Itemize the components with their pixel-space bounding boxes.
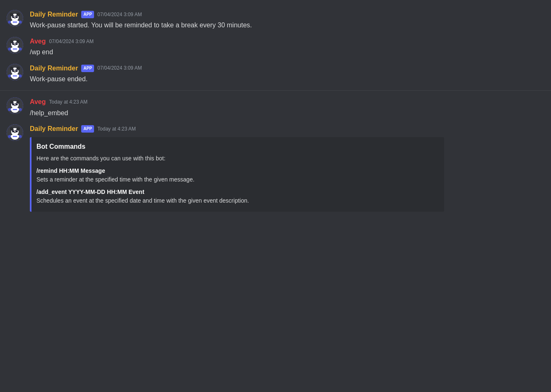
avatar <box>7 64 23 80</box>
message-header: Daily Reminder APP 07/04/2024 3:09 AM <box>30 10 544 19</box>
message-header: Daily Reminder APP 07/04/2024 3:09 AM <box>30 64 544 73</box>
messages-container: Daily Reminder APP 07/04/2024 3:09 AM Wo… <box>0 0 551 222</box>
svg-point-66 <box>13 130 14 131</box>
svg-point-53 <box>14 105 16 106</box>
svg-point-50 <box>15 103 18 106</box>
svg-point-57 <box>19 108 22 111</box>
message-text: /help_embed <box>30 109 544 118</box>
message-group: Aveg Today at 4:23 AM /help_embed <box>0 94 551 121</box>
svg-point-37 <box>17 70 17 70</box>
svg-rect-43 <box>11 75 13 77</box>
svg-point-27 <box>19 47 22 50</box>
svg-rect-58 <box>11 108 13 111</box>
embed: Bot Commands Here are the commands you c… <box>30 137 444 212</box>
avatar <box>7 10 23 27</box>
message-text: Work-pause ended. <box>30 75 544 84</box>
svg-rect-44 <box>17 75 19 77</box>
message-group: Daily Reminder APP Today at 4:23 AM Bot … <box>0 121 551 215</box>
svg-rect-13 <box>11 21 13 23</box>
embed-field-name: /add_event YYYY-MM-DD HH:MM Event <box>36 188 437 196</box>
embed-field-value: Sets a reminder at the specified time wi… <box>36 176 437 184</box>
username: Daily Reminder <box>30 124 78 133</box>
svg-point-64 <box>12 130 15 133</box>
message-content: Aveg 07/04/2024 3:09 AM /wp end <box>30 37 544 57</box>
svg-rect-59 <box>17 108 19 111</box>
timestamp: 07/04/2024 3:09 AM <box>97 65 142 72</box>
timestamp: Today at 4:23 AM <box>97 126 136 133</box>
username: Aveg <box>30 97 46 106</box>
svg-point-49 <box>12 103 15 106</box>
svg-point-36 <box>13 70 14 70</box>
svg-point-65 <box>15 130 18 133</box>
svg-point-22 <box>17 43 17 44</box>
message-group: Daily Reminder APP 07/04/2024 3:09 AM Wo… <box>0 7 551 34</box>
app-badge: APP <box>81 125 94 133</box>
message-text: Work-pause started. You will be reminded… <box>30 21 544 30</box>
svg-rect-28 <box>11 48 13 50</box>
svg-point-38 <box>14 71 16 72</box>
svg-point-6 <box>13 16 14 17</box>
svg-point-23 <box>14 44 16 45</box>
svg-point-35 <box>15 69 18 72</box>
svg-point-26 <box>8 47 11 50</box>
svg-point-5 <box>15 15 18 18</box>
svg-point-8 <box>14 17 16 18</box>
messages-divider <box>0 90 551 91</box>
svg-point-42 <box>19 74 22 77</box>
svg-point-68 <box>14 132 16 133</box>
message-content: Daily Reminder APP 07/04/2024 3:09 AM Wo… <box>30 10 544 30</box>
svg-point-21 <box>13 43 14 44</box>
timestamp: 07/04/2024 3:09 AM <box>49 38 94 45</box>
timestamp: Today at 4:23 AM <box>49 99 88 106</box>
message-header: Daily Reminder APP Today at 4:23 AM <box>30 124 544 133</box>
svg-point-71 <box>8 135 11 138</box>
username: Aveg <box>30 37 46 46</box>
embed-title: Bot Commands <box>36 142 437 151</box>
svg-point-67 <box>17 130 17 131</box>
message-text: /wp end <box>30 48 544 57</box>
app-badge: APP <box>81 65 94 72</box>
svg-point-41 <box>8 74 11 77</box>
message-content: Aveg Today at 4:23 AM /help_embed <box>30 97 544 118</box>
svg-point-72 <box>19 135 22 138</box>
svg-point-51 <box>13 103 14 104</box>
username: Daily Reminder <box>30 10 78 19</box>
svg-rect-14 <box>17 21 19 23</box>
app-badge: APP <box>81 11 94 18</box>
svg-point-56 <box>8 108 11 111</box>
message-group: Aveg 07/04/2024 3:09 AM /wp end <box>0 34 551 60</box>
svg-rect-29 <box>17 48 19 50</box>
avatar <box>7 97 23 114</box>
embed-body: Bot Commands Here are the commands you c… <box>31 137 444 212</box>
message-header: Aveg Today at 4:23 AM <box>30 97 544 106</box>
svg-rect-73 <box>11 135 13 138</box>
svg-point-7 <box>17 16 17 17</box>
timestamp: 07/04/2024 3:09 AM <box>97 11 142 18</box>
embed-field: /add_event YYYY-MM-DD HH:MM Event Schedu… <box>36 188 437 205</box>
message-group: Daily Reminder APP 07/04/2024 3:09 AM Wo… <box>0 60 551 87</box>
svg-point-52 <box>17 103 17 104</box>
embed-field-value: Schedules an event at the specified date… <box>36 197 437 205</box>
svg-point-11 <box>8 21 11 24</box>
message-header: Aveg 07/04/2024 3:09 AM <box>30 37 544 46</box>
svg-point-19 <box>12 42 15 45</box>
svg-point-34 <box>12 69 15 72</box>
message-content: Daily Reminder APP 07/04/2024 3:09 AM Wo… <box>30 64 544 84</box>
embed-field: /remind HH:MM Message Sets a reminder at… <box>36 167 437 184</box>
message-content: Daily Reminder APP Today at 4:23 AM Bot … <box>30 124 544 212</box>
svg-rect-74 <box>17 135 19 138</box>
svg-point-20 <box>15 42 18 45</box>
avatar <box>7 124 23 141</box>
embed-field-name: /remind HH:MM Message <box>36 167 437 175</box>
username: Daily Reminder <box>30 64 78 73</box>
svg-point-12 <box>19 21 22 24</box>
svg-point-4 <box>12 15 15 18</box>
avatar <box>7 37 23 53</box>
embed-description: Here are the commands you can use with t… <box>36 155 437 163</box>
